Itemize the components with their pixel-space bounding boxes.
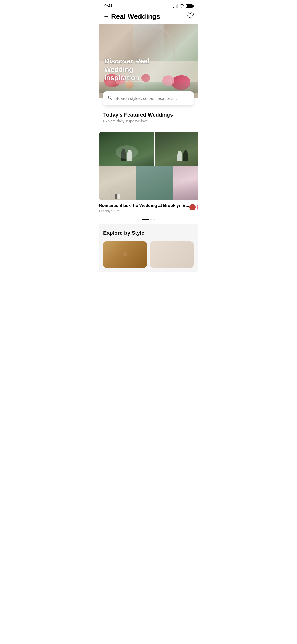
wedding-card[interactable]: Romantic Black-Tie Wedding at Brooklyn B…	[99, 132, 198, 214]
scroll-indicator	[99, 216, 198, 222]
photo-bridesmaids	[173, 166, 198, 200]
status-bar: 9:41	[99, 0, 198, 10]
photo-greenhouse-small	[136, 166, 173, 200]
search-bar	[103, 91, 194, 105]
back-button[interactable]: ← Real Weddings	[103, 12, 160, 21]
featured-title: Today's Featured Weddings	[103, 112, 194, 118]
scroll-dot-2	[150, 219, 152, 220]
hero-text-overlay: Discover Real Wedding Inspiration	[104, 57, 168, 82]
swatch-pink	[197, 204, 198, 210]
photo-grid	[99, 132, 198, 200]
status-icons	[173, 4, 193, 8]
wifi-icon	[180, 4, 184, 8]
search-input[interactable]	[115, 96, 190, 101]
photo-bottom-row	[99, 166, 198, 200]
photo-arch	[99, 166, 136, 200]
couple-figure-2	[177, 150, 188, 161]
scroll-dot-1	[142, 219, 149, 220]
signal-icon	[173, 4, 178, 8]
explore-section: Explore by Style ⚬	[99, 224, 198, 272]
card-text: Romantic Black-Tie Wedding at Brooklyn B…	[99, 203, 189, 213]
nav-header: ← Real Weddings	[99, 10, 198, 24]
card-location: Brooklyn, NY	[99, 209, 189, 213]
search-icon	[107, 95, 113, 102]
back-arrow-icon: ←	[103, 13, 109, 20]
scroll-dot-3	[153, 219, 155, 220]
featured-subtitle: Explore daily inspo we love.	[103, 119, 194, 123]
style-cards-scroll[interactable]: ⚬	[103, 241, 194, 268]
explore-title: Explore by Style	[103, 230, 194, 236]
wedding-cards-scroll[interactable]: Romantic Black-Tie Wedding at Brooklyn B…	[99, 132, 198, 216]
heart-icon[interactable]	[186, 12, 194, 21]
swatch-red	[189, 204, 196, 210]
color-swatches	[189, 204, 198, 210]
featured-section: Today's Featured Weddings Explore daily …	[99, 105, 198, 132]
style-card-2[interactable]	[150, 241, 194, 268]
battery-icon	[186, 4, 193, 8]
photo-top-right	[155, 132, 198, 166]
status-time: 9:41	[104, 4, 113, 8]
page-title: Real Weddings	[111, 12, 160, 21]
photo-main	[99, 132, 154, 166]
couple-figure	[121, 149, 132, 161]
style-card-1[interactable]: ⚬	[103, 241, 147, 268]
card-info: Romantic Black-Tie Wedding at Brooklyn B…	[99, 200, 198, 214]
hero-section: Discover Real Wedding Inspiration	[99, 24, 198, 98]
card-title: Romantic Black-Tie Wedding at Brooklyn B…	[99, 203, 189, 209]
hero-title: Discover Real Wedding Inspiration	[104, 57, 168, 82]
search-container	[103, 91, 194, 105]
